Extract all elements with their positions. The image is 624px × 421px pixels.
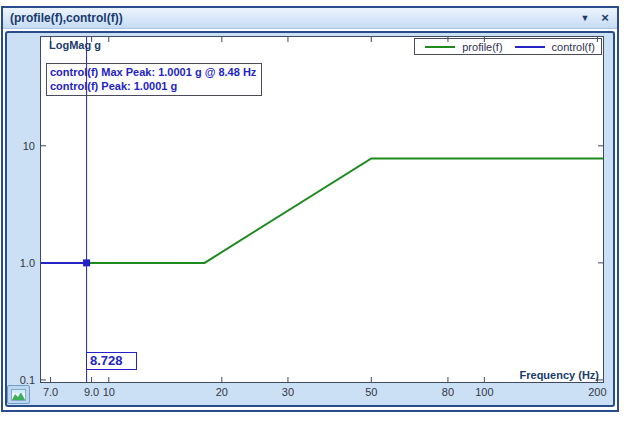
plot-area[interactable]: 7.09.010203050801002000.11.010 LogMag g … — [40, 36, 604, 383]
x-axis-title: Frequency (Hz) — [520, 369, 599, 381]
x-tick-label: 50 — [365, 386, 377, 398]
x-tick-label: 7.0 — [43, 386, 58, 398]
annotation-line-1: control(f) Max Peak: 1.0001 g @ 8.48 Hz — [50, 65, 256, 79]
legend: profile(f) control(f) — [414, 38, 602, 55]
y-tick-label: 10 — [23, 140, 35, 152]
peak-annotation-box: control(f) Max Peak: 1.0001 g @ 8.48 Hz … — [46, 63, 262, 96]
x-tick-label: 9.0 — [84, 386, 99, 398]
legend-label-profile: profile(f) — [462, 41, 502, 53]
titlebar: (profile(f),control(f)) ▼ × — [3, 8, 617, 29]
annotation-line-2: control(f) Peak: 1.0001 g — [50, 79, 256, 93]
cursor-marker[interactable] — [83, 259, 90, 266]
chart-thumbnail-icon — [11, 389, 26, 401]
close-icon[interactable]: × — [597, 10, 613, 26]
x-tick-label: 20 — [216, 386, 228, 398]
x-tick-label: 200 — [588, 386, 606, 398]
x-tick-label: 30 — [282, 386, 294, 398]
dropdown-arrow-icon[interactable]: ▼ — [577, 10, 593, 26]
control-line-swatch — [515, 46, 545, 48]
profile-line-swatch — [425, 46, 455, 48]
x-tick-label: 80 — [442, 386, 454, 398]
x-tick-label: 100 — [475, 386, 493, 398]
y-axis-title: LogMag g — [49, 39, 101, 51]
window-title: (profile(f),control(f)) — [3, 11, 577, 25]
legend-label-control: control(f) — [552, 41, 595, 53]
x-tick-label: 10 — [103, 386, 115, 398]
cursor-frequency-readout[interactable]: 8.728 — [86, 352, 137, 370]
chart-thumbnail-button[interactable] — [7, 385, 30, 404]
y-tick-label: 1.0 — [20, 257, 35, 269]
series-line-profilef — [41, 158, 603, 263]
